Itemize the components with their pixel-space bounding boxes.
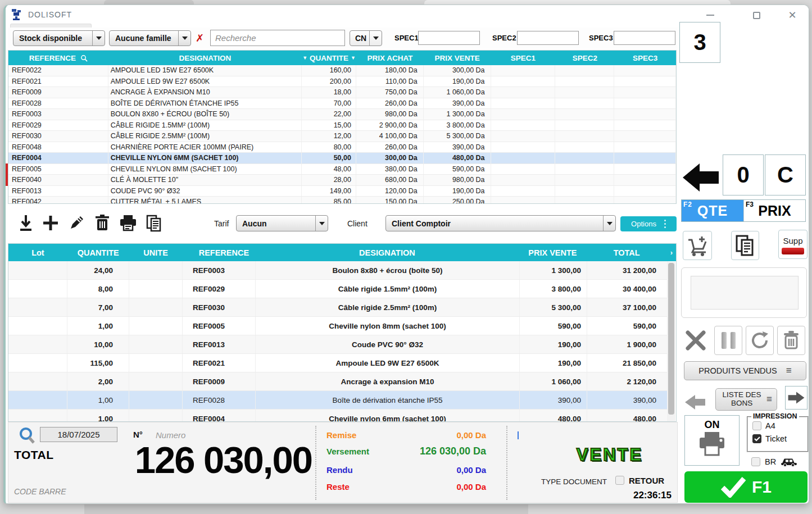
br-label: BR <box>765 457 776 466</box>
documents-icon <box>735 234 755 257</box>
check-icon <box>754 436 760 442</box>
cart-row[interactable]: 7,00 REF0030 Câble rigide 2.5mm² (100m) … <box>8 298 668 317</box>
table-row[interactable]: REF0009 ANCRAGE À EXPANSION M10 18,00 75… <box>8 87 676 98</box>
table-row[interactable]: REF0013 COUDE PVC 90° Ø32 149,00 120,00 … <box>8 186 676 197</box>
column-header-spec3[interactable]: SPEC3 <box>614 51 676 65</box>
table-row[interactable]: REF0040 CLÉ À MOLETTE 10" 28,00 680,00 D… <box>8 175 676 186</box>
prix-button[interactable]: F3 PRIX <box>743 200 805 221</box>
message-display <box>681 267 807 318</box>
add-icon[interactable] <box>40 213 61 233</box>
search-input[interactable] <box>210 30 345 46</box>
column-header-prix-achat[interactable]: PRIX ACHAT <box>356 51 424 65</box>
cart-row[interactable]: 115,00 REF0021 Ampoule LED 9W E27 6500K … <box>8 354 668 372</box>
column-header-spec1[interactable]: SPEC1 <box>491 51 556 65</box>
cart-row[interactable]: 1,00 REF0004 Cheville nylon 6mm (sachet … <box>8 410 668 422</box>
options-button[interactable]: Options <box>620 216 677 231</box>
cart-header-total[interactable]: TOTAL <box>586 244 667 261</box>
table-row[interactable]: REF0022 AMPOULE LED 15W E27 6500K 160,00… <box>8 65 676 76</box>
tarif-select[interactable]: Aucun <box>236 215 328 231</box>
cart-table-body: 24,00 REF0003 Boulon 8x80 + écrou (boîte… <box>8 261 668 422</box>
search-mode-select[interactable]: CN <box>350 30 382 46</box>
keypad-clear-button[interactable]: C <box>765 154 806 195</box>
cart-header-lot[interactable]: Lot <box>8 244 67 261</box>
printer-on-button[interactable]: ON <box>684 415 740 466</box>
date-field[interactable] <box>40 427 117 442</box>
spec3-input[interactable] <box>614 31 675 45</box>
retour-checkbox[interactable] <box>615 476 624 485</box>
previous-arrow-icon[interactable] <box>684 394 706 411</box>
liste-des-bons-button[interactable]: LISTE DES BONS ≡ <box>715 388 777 411</box>
spec2-input[interactable] <box>517 31 579 45</box>
table-row[interactable]: REF0048 CHARNIÈRE PORTE ACIER 100MM (PAI… <box>8 142 676 153</box>
cart-row[interactable]: 1,00 REF0005 Cheville nylon 8mm (sachet … <box>8 317 668 335</box>
documents-button[interactable] <box>731 231 759 260</box>
supp-button[interactable]: Supp <box>778 230 808 259</box>
minimize-button[interactable] <box>702 8 719 22</box>
column-header-spec2[interactable]: SPEC2 <box>555 51 614 65</box>
backspace-icon[interactable] <box>683 162 720 193</box>
search-sale-icon[interactable] <box>19 427 35 445</box>
pause-icon[interactable] <box>714 326 742 355</box>
cart-row[interactable]: 10,00 REF0013 Coude PVC 90° Ø32 190,00 1… <box>8 335 668 354</box>
cart-header-designation[interactable]: DESIGNATION <box>255 244 519 261</box>
barcode-field[interactable] <box>14 485 183 498</box>
clear-filter-icon[interactable]: ✗ <box>196 32 204 44</box>
qte-button[interactable]: F2 QTE <box>682 200 743 221</box>
spec1-input[interactable] <box>418 31 480 45</box>
message-display-screen <box>691 276 799 310</box>
family-filter-select[interactable]: Aucune famille <box>109 30 191 46</box>
table-row[interactable]: REF0021 AMPOULE LED 9W E27 6500K 200,00 … <box>8 76 676 88</box>
clock: 22:36:15 <box>582 490 672 501</box>
table-row[interactable]: REF0003 BOULON 8X80 + ÉCROU (BOÎTE 50) 2… <box>8 109 676 120</box>
cart-header-quantite[interactable]: QUANTITE <box>67 244 129 261</box>
cart-row[interactable]: 2,00 REF0009 Ancrage à expansion M10 1 0… <box>8 372 668 391</box>
cart-header-unite[interactable]: UNITE <box>129 244 183 261</box>
copy-icon[interactable] <box>144 213 164 233</box>
column-header-reference[interactable]: REFERENCE <box>8 51 108 65</box>
keypad-zero-button[interactable]: 0 <box>723 154 764 195</box>
divider <box>506 426 507 500</box>
cart-header-prix-vente[interactable]: PRIX VENTE <box>519 244 587 261</box>
trash-icon[interactable] <box>777 326 805 355</box>
a4-checkbox[interactable] <box>752 421 761 430</box>
text-cursor <box>518 431 519 439</box>
column-header-quantite[interactable]: ▼ QUANTITE ▼ <box>302 51 356 65</box>
table-row[interactable]: REF0004 CHEVILLE NYLON 6MM (SACHET 100) … <box>8 153 676 164</box>
table-row[interactable]: REF0005 CHEVILLE NYLON 8MM (SACHET 100) … <box>8 164 676 175</box>
print-icon[interactable] <box>118 213 138 233</box>
action-toolbar: Tarif Aucun Client Client Comptoir Optio… <box>8 206 678 241</box>
edit-icon[interactable] <box>66 213 87 233</box>
br-checkbox[interactable] <box>751 457 760 466</box>
product-table-header: REFERENCE DESIGNATION ▼ QUANTITE ▼ PRIX … <box>8 51 676 65</box>
cart-row[interactable]: 24,00 REF0003 Boulon 8x80 + écrou (boîte… <box>8 261 668 280</box>
close-button[interactable]: ✕ <box>784 8 801 22</box>
column-header-designation[interactable]: DESIGNATION <box>108 51 302 65</box>
cart-row[interactable]: 1,00 REF0028 Boîte de dérivation étanche… <box>8 391 668 410</box>
next-arrow-icon <box>787 390 805 405</box>
ticket-checkbox[interactable] <box>752 434 761 443</box>
cart-row[interactable]: 8,00 REF0029 Câble rigide 1.5mm² (100m) … <box>8 280 668 298</box>
maximize-button[interactable] <box>748 8 765 22</box>
stock-filter-select[interactable]: Stock disponible <box>13 30 105 46</box>
cart-scrollbar[interactable] <box>667 262 675 422</box>
chevron-right-icon[interactable]: › <box>667 244 676 261</box>
keypad-digit-button[interactable]: 3 <box>679 22 720 63</box>
delete-icon[interactable] <box>92 213 112 233</box>
table-row[interactable]: REF0042 CUTTER MÉTAL + 5 LAMES 85,00 150… <box>8 197 676 204</box>
scrollbar-thumb[interactable] <box>668 263 674 415</box>
next-arrow-button[interactable] <box>785 386 808 410</box>
cart-header-reference[interactable]: REFERENCE <box>182 244 255 261</box>
a4-label: A4 <box>765 421 775 430</box>
br-option: BR <box>751 457 797 467</box>
produits-vendus-button[interactable]: PRODUITS VENDUS ≡ <box>684 361 806 380</box>
cancel-icon[interactable] <box>682 326 710 355</box>
table-row[interactable]: REF0028 BOÎTE DE DÉRIVATION ÉTANCHE IP55… <box>8 98 676 110</box>
client-select[interactable]: Client Comptoir <box>385 215 616 231</box>
column-header-prix-vente[interactable]: PRIX VENTE <box>424 51 491 65</box>
table-row[interactable]: REF0029 CÂBLE RIGIDE 1.5MM² (100M) 15,00… <box>8 120 676 131</box>
add-to-cart-button[interactable] <box>683 231 712 260</box>
table-row[interactable]: REF0030 CÂBLE RIGIDE 2.5MM² (100M) 12,00… <box>8 131 676 142</box>
refresh-icon[interactable] <box>746 326 774 355</box>
validate-f1-button[interactable]: F1 <box>684 471 808 503</box>
import-icon[interactable] <box>16 213 36 233</box>
